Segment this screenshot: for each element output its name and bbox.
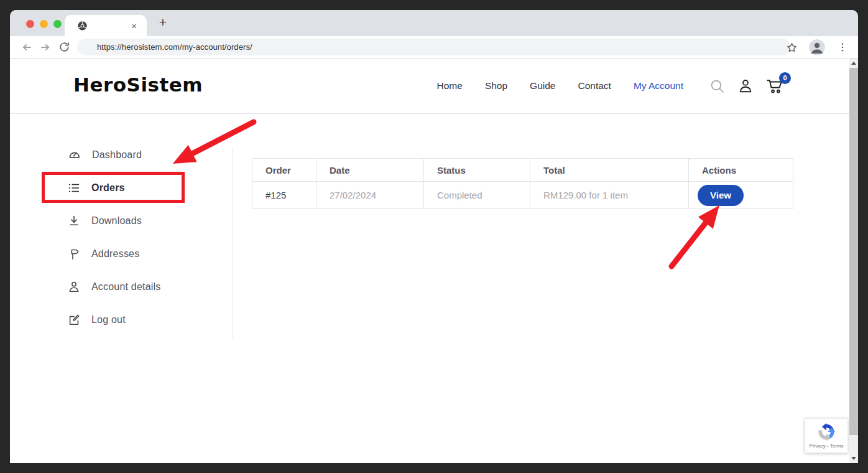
col-date: Date — [316, 159, 424, 182]
scroll-down-icon[interactable] — [849, 454, 858, 463]
col-actions: Actions — [689, 159, 793, 182]
sidebar-label: Account details — [91, 281, 161, 293]
arrow-to-view-button — [672, 220, 708, 266]
url-bar[interactable]: https://herosistem.com/my-account/orders… — [77, 39, 791, 55]
search-icon[interactable] — [709, 78, 725, 94]
signpost-icon — [67, 247, 81, 261]
sidebar-label: Orders — [91, 182, 125, 194]
nav-home[interactable]: Home — [437, 80, 463, 91]
col-order: Order — [252, 159, 316, 182]
order-total-cell: RM129.00 for 1 item — [530, 182, 689, 209]
order-actions-cell: View — [689, 182, 793, 209]
sidebar-item-account-details[interactable]: Account details — [67, 270, 216, 303]
col-total: Total — [530, 159, 689, 182]
sidebar-label: Downloads — [91, 215, 142, 227]
page-content: HeroSistem Home Shop Guide Contact My Ac… — [10, 59, 858, 463]
scrollbar-thumb[interactable] — [849, 68, 858, 435]
sidebar-item-dashboard[interactable]: Dashboard — [67, 138, 216, 171]
sidebar-item-log-out[interactable]: Log out — [67, 303, 216, 336]
table-row: #125 27/02/2024 Completed RM129.00 for 1… — [252, 182, 793, 209]
browser-menu-kebab-icon[interactable] — [833, 38, 852, 57]
close-window-button[interactable] — [26, 20, 34, 28]
tab-strip: × + — [10, 10, 858, 36]
user-icon — [67, 280, 81, 294]
edit-icon — [67, 313, 81, 327]
order-number-cell: #125 — [252, 182, 316, 209]
cart-icon[interactable]: 0 — [766, 78, 785, 95]
forward-icon[interactable] — [36, 38, 55, 57]
tab-close-icon[interactable]: × — [129, 20, 139, 32]
back-icon[interactable] — [17, 38, 36, 57]
sidebar-item-orders[interactable]: Orders — [67, 171, 216, 204]
recaptcha-privacy-terms[interactable]: Privacy - Terms — [810, 443, 844, 449]
vertical-scrollbar[interactable] — [849, 59, 858, 463]
account-sidebar: Dashboard Orders Downloads Addresses Acc… — [67, 138, 216, 336]
nav-shop[interactable]: Shop — [485, 80, 507, 91]
browser-toolbar: https://herosistem.com/my-account/orders… — [10, 36, 858, 59]
site-header: HeroSistem Home Shop Guide Contact My Ac… — [10, 59, 849, 114]
bookmark-star-icon[interactable] — [782, 38, 801, 57]
cart-count-badge: 0 — [779, 72, 791, 84]
window-controls — [26, 20, 62, 28]
recaptcha-icon — [817, 423, 836, 441]
table-header-row: Order Date Status Total Actions — [252, 159, 793, 182]
browser-tab[interactable]: × — [65, 15, 147, 36]
reload-icon[interactable] — [55, 38, 73, 57]
sidebar-label: Addresses — [91, 248, 139, 260]
sidebar-item-addresses[interactable]: Addresses — [67, 237, 216, 270]
tab-favicon-icon — [77, 21, 88, 31]
nav-contact[interactable]: Contact — [578, 80, 611, 91]
orders-table: Order Date Status Total Actions #125 27/… — [252, 158, 793, 209]
url-text: https://herosistem.com/my-account/orders… — [97, 42, 252, 52]
account-person-icon[interactable] — [737, 78, 754, 94]
main-nav: Home Shop Guide Contact My Account 0 — [437, 59, 785, 113]
gauge-icon — [67, 148, 81, 162]
site-logo[interactable]: HeroSistem — [73, 73, 203, 96]
new-tab-button[interactable]: + — [154, 14, 172, 32]
sidebar-label: Log out — [91, 314, 126, 325]
browser-profile-avatar[interactable] — [809, 39, 825, 55]
minimize-window-button[interactable] — [40, 20, 48, 28]
sidebar-item-downloads[interactable]: Downloads — [67, 204, 216, 237]
order-date-cell: 27/02/2024 — [316, 182, 424, 209]
scroll-up-icon[interactable] — [849, 59, 858, 68]
list-icon — [67, 181, 81, 195]
view-order-button[interactable]: View — [698, 185, 744, 206]
col-status: Status — [424, 159, 530, 182]
maximize-window-button[interactable] — [53, 20, 62, 28]
sidebar-label: Dashboard — [92, 149, 142, 161]
sidebar-divider — [233, 148, 233, 339]
nav-my-account[interactable]: My Account — [634, 80, 683, 91]
download-icon — [67, 214, 81, 228]
order-status-cell: Completed — [424, 182, 530, 209]
recaptcha-badge[interactable]: Privacy - Terms — [805, 418, 848, 453]
nav-guide[interactable]: Guide — [530, 80, 555, 91]
browser-window: × + https://herosistem.com/my-account/or… — [10, 10, 858, 463]
